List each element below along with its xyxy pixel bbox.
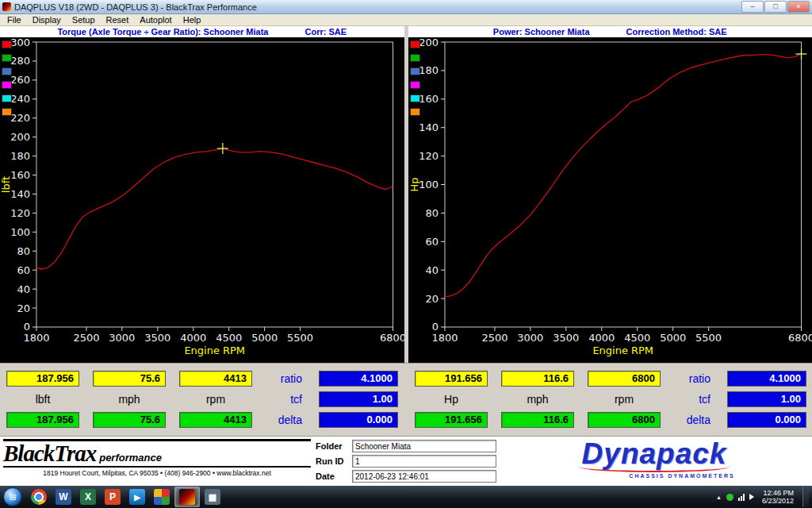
date-field[interactable] xyxy=(352,470,496,483)
ratio-value-box: 4.1000 xyxy=(319,371,398,387)
svg-text:1800: 1800 xyxy=(431,332,458,344)
word-taskbar-icon[interactable]: W xyxy=(52,487,75,506)
svg-text:200: 200 xyxy=(419,37,439,48)
start-button[interactable]: ⊞ xyxy=(3,487,22,506)
svg-text:4500: 4500 xyxy=(216,332,242,344)
ratio-label: ratio xyxy=(266,372,305,385)
folder-field[interactable] xyxy=(352,440,496,452)
menu-display[interactable]: Display xyxy=(27,15,67,25)
dynapack-logo: Dynapack CHASSIS DYNAMOMETERS xyxy=(496,437,812,479)
menu-setup[interactable]: Setup xyxy=(67,15,101,25)
daqplus-taskbar-icon[interactable] xyxy=(174,487,200,507)
menu-reset[interactable]: Reset xyxy=(101,15,135,25)
calculator-taskbar-icon[interactable]: ▦ xyxy=(201,487,224,506)
svg-text:5500: 5500 xyxy=(287,332,313,344)
taskbar-clock[interactable]: 12:46 PM 6/23/2012 xyxy=(762,489,794,505)
close-button[interactable]: × xyxy=(787,1,810,13)
tcf-value-box: 1.00 xyxy=(727,391,806,407)
tcf-label: tcf xyxy=(674,393,714,406)
torque-curve xyxy=(36,148,393,269)
svg-text:220: 220 xyxy=(10,112,30,124)
svg-text:3000: 3000 xyxy=(517,332,543,344)
torque-value-box: 187.956 xyxy=(6,371,79,387)
volume-icon[interactable] xyxy=(749,494,757,500)
menu-help[interactable]: Help xyxy=(178,15,207,25)
power-chart-panel: Power: Schooner Miata Correction Method:… xyxy=(408,26,812,363)
power-unit-label: Hp xyxy=(415,393,488,406)
speed-value-box: 75.6 xyxy=(93,371,166,387)
rpm-unit-label: rpm xyxy=(588,393,661,406)
maximize-button[interactable]: □ xyxy=(764,1,787,13)
tcf-label: tcf xyxy=(266,393,305,406)
readout-row: 187.956 75.6 4413 ratio 4.1000 lbft mph … xyxy=(0,363,812,436)
svg-text:4500: 4500 xyxy=(624,332,650,344)
torque-correction-label: Corr: SAE xyxy=(304,27,347,37)
power-chart-title: Power: Schooner Miata xyxy=(493,27,590,37)
blacktrax-logo: BlackTrax performance 1819 Houret Court,… xyxy=(0,437,316,477)
minimize-button[interactable]: – xyxy=(741,1,764,13)
word-icon: W xyxy=(56,489,71,505)
show-desktop-button[interactable] xyxy=(802,487,809,507)
svg-text:5500: 5500 xyxy=(695,332,722,344)
svg-text:140: 140 xyxy=(10,188,30,200)
clock-date: 6/23/2012 xyxy=(762,497,794,505)
blacktrax-sub-wordmark: performance xyxy=(99,452,162,464)
legend-swatch xyxy=(410,94,420,102)
speed-peak-box: 116.6 xyxy=(501,412,574,428)
legend-swatch xyxy=(2,94,12,102)
svg-text:3500: 3500 xyxy=(553,332,579,344)
logo-rule xyxy=(3,466,311,468)
paint-taskbar-icon[interactable] xyxy=(150,487,174,506)
chrome-icon xyxy=(31,489,47,505)
delta-value-box: 0.000 xyxy=(727,412,806,428)
svg-text:20: 20 xyxy=(425,293,439,305)
window-title: DAQPLUS V18 (2WD - DAQPLUS 3) - BlackTra… xyxy=(14,2,257,12)
legend-swatch xyxy=(410,54,420,62)
rpm-peak-box: 6800 xyxy=(588,412,661,428)
media-player-taskbar-icon[interactable]: ▶ xyxy=(125,487,149,506)
torque-run-legend xyxy=(2,40,12,116)
legend-swatch xyxy=(410,67,420,75)
blacktrax-address: 1819 Houret Court, Milpitas, CA 95035 • … xyxy=(3,469,311,477)
delta-label: delta xyxy=(674,414,714,426)
svg-text:60: 60 xyxy=(17,264,30,276)
desktop: DAQPLUS V18 (2WD - DAQPLUS 3) - BlackTra… xyxy=(0,0,812,508)
power-readout-panel: 191.656 116.6 6800 ratio 4.1000 Hp mph r… xyxy=(408,364,812,436)
svg-text:3000: 3000 xyxy=(109,332,135,344)
menubar: FileDisplaySetupResetAutoplotHelp xyxy=(0,14,812,26)
legend-swatch xyxy=(2,54,12,62)
power-chart-svg: 0204060801001201401601802001800250030003… xyxy=(408,37,812,363)
menu-autoplot[interactable]: Autoplot xyxy=(134,15,177,25)
titlebar[interactable]: DAQPLUS V18 (2WD - DAQPLUS 3) - BlackTra… xyxy=(0,0,812,14)
torque-chart-panel: Torque (Axle Torque ÷ Gear Ratio): Schoo… xyxy=(0,26,404,363)
svg-text:300: 300 xyxy=(10,37,30,48)
legend-swatch xyxy=(2,108,12,116)
network-icon[interactable] xyxy=(738,494,745,501)
media-player-icon: ▶ xyxy=(129,489,145,505)
tray-status-icon[interactable] xyxy=(726,494,733,501)
footer-strip: BlackTrax performance 1819 Houret Court,… xyxy=(0,436,812,486)
rpm-unit-label: rpm xyxy=(179,393,252,406)
excel-taskbar-icon[interactable]: X xyxy=(76,487,100,506)
power-curve xyxy=(444,54,801,297)
chrome-taskbar-icon[interactable] xyxy=(27,487,51,506)
power-value-box: 191.656 xyxy=(415,371,488,387)
speed-value-box: 116.6 xyxy=(501,371,574,387)
powerpoint-taskbar-icon[interactable]: P xyxy=(101,487,124,506)
svg-text:240: 240 xyxy=(10,93,30,105)
run-id-field[interactable] xyxy=(352,455,496,468)
svg-text:120: 120 xyxy=(419,150,439,162)
folder-label: Folder xyxy=(316,441,352,451)
svg-text:Engine RPM: Engine RPM xyxy=(184,344,245,356)
legend-swatch xyxy=(410,81,420,89)
power-chart-area[interactable]: 0204060801001201401601802001800250030003… xyxy=(408,37,812,363)
calculator-icon: ▦ xyxy=(205,489,220,505)
svg-text:2500: 2500 xyxy=(73,332,99,344)
menu-file[interactable]: File xyxy=(2,15,27,25)
svg-text:140: 140 xyxy=(419,121,439,133)
excel-icon: X xyxy=(80,489,96,505)
svg-text:5000: 5000 xyxy=(660,332,686,344)
svg-text:200: 200 xyxy=(10,131,30,143)
torque-chart-area[interactable]: 0204060801001201401601802002202402602803… xyxy=(0,37,404,363)
tray-expand-icon[interactable]: ▲ xyxy=(716,495,722,500)
